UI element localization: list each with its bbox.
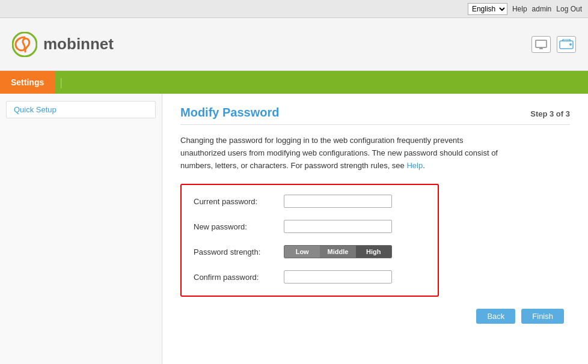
sidebar: Quick Setup [0,94,162,364]
language-dropdown[interactable]: English [468,3,507,15]
main-container: Quick Setup Modify Password Step 3 of 3 … [0,94,588,364]
desc-line3: numbers, letters, or characters. For pas… [180,161,405,170]
admin-link[interactable]: admin [532,5,552,13]
new-password-input[interactable] [284,220,392,233]
svg-rect-1 [536,40,547,47]
confirm-password-row: Confirm password: [194,270,426,284]
strength-middle: Middle [320,246,355,258]
desc-line2: unauthorized users from modifying web co… [180,148,498,157]
description-text: Changing the password for logging in to … [180,135,570,172]
current-password-input[interactable] [284,195,392,208]
strength-low: Low [284,246,320,258]
form-box: Current password: New password: Password… [180,184,439,297]
monitor-icon[interactable] [531,36,551,53]
desc-line1: Changing the password for logging in to … [180,136,463,145]
tv-icon[interactable] [557,36,576,53]
logo: mobinnet [12,32,114,57]
logout-link[interactable]: Log Out [556,5,582,13]
back-button[interactable]: Back [476,309,515,324]
password-strength-row: Password strength: Low Middle High [194,245,426,258]
content-area: Modify Password Step 3 of 3 Changing the… [162,94,588,364]
header: mobinnet [0,18,588,71]
nav-bar: Settings | [0,71,588,94]
new-password-row: New password: [194,220,426,233]
password-strength-label: Password strength: [194,247,284,256]
step-info: Step 3 of 3 [530,109,570,118]
current-password-label: Current password: [194,197,284,206]
top-bar: English Help admin Log Out [0,0,588,18]
logo-icon [12,32,37,57]
strength-bar: Low Middle High [284,245,392,258]
svg-point-6 [569,43,572,46]
sidebar-item-quick-setup[interactable]: Quick Setup [6,101,156,118]
help-link[interactable]: Help [512,5,527,13]
desc-end: . [423,161,425,170]
header-icons [531,36,576,53]
finish-button[interactable]: Finish [521,309,564,324]
new-password-label: New password: [194,222,284,231]
content-header: Modify Password Step 3 of 3 [180,106,570,125]
page-title: Modify Password [180,106,279,120]
settings-nav-button[interactable]: Settings [0,71,55,94]
help-link-inline[interactable]: Help [406,161,423,170]
button-row: Back Finish [180,309,570,324]
confirm-password-input[interactable] [284,270,392,284]
logo-text: mobinnet [43,35,114,53]
current-password-row: Current password: [194,195,426,208]
svg-marker-5 [562,39,571,41]
language-selector[interactable]: English [468,3,507,15]
nav-separator: | [60,76,63,89]
confirm-password-label: Confirm password: [194,273,284,282]
strength-high: High [356,246,391,258]
